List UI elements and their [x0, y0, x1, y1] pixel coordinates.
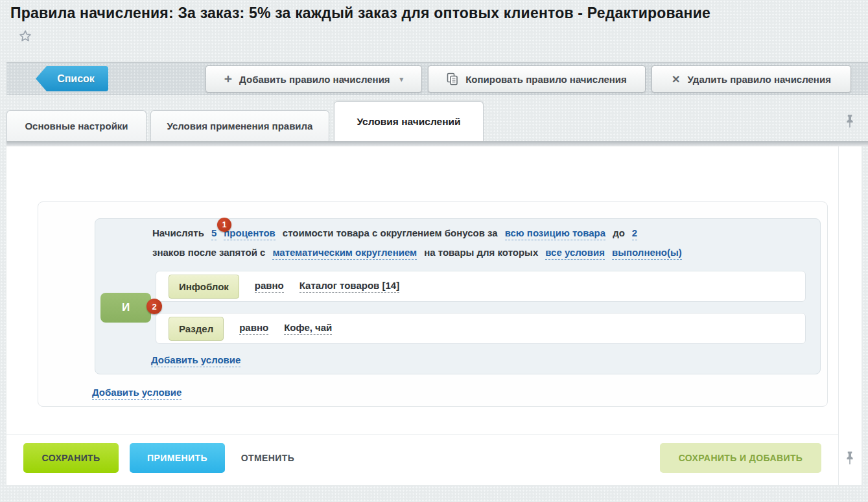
and-operator-toggle[interactable]: И: [100, 293, 151, 323]
pin-icon[interactable]: [843, 450, 857, 466]
right-rail-divider: [838, 146, 839, 485]
close-icon: ✕: [672, 73, 680, 86]
toolbar: Список + Добавить правило начисления ▾ К…: [6, 62, 868, 95]
cancel-button[interactable]: ОТМЕНИТЬ: [239, 443, 297, 473]
rounding-link[interactable]: математическим округлением: [272, 247, 417, 260]
tab-main-settings[interactable]: Основные настройки: [6, 110, 147, 141]
condition-row-section: Раздел равно Кофе, чай: [156, 313, 806, 344]
add-rule-button[interactable]: + Добавить правило начисления ▾: [205, 65, 422, 93]
digits-link[interactable]: 2: [632, 227, 637, 240]
tab-accrual-conditions[interactable]: Условия начислений: [334, 101, 484, 141]
page-title: Правила начисления: За заказ: 5% за кажд…: [10, 5, 860, 22]
unit-link[interactable]: процентов: [224, 227, 276, 240]
apply-button[interactable]: ПРИМЕНИТЬ: [130, 443, 225, 473]
accrual-sentence: Начислять 5 процентов стоимости товара с…: [152, 227, 814, 266]
field-button-infoblock[interactable]: Инфоблок: [169, 275, 239, 299]
notification-badge-2: 2: [147, 299, 162, 314]
plus-icon: +: [224, 72, 232, 86]
operator-link[interactable]: равно: [255, 280, 284, 293]
copy-rule-label: Копировать правило начисления: [465, 74, 627, 85]
copy-rule-button[interactable]: Копировать правило начисления: [428, 65, 646, 93]
tab-rule-application-conditions[interactable]: Условия применения правила: [150, 110, 329, 141]
notification-badge-1: 1: [217, 218, 231, 232]
sentence-line-2: знаков после запятой с математическим ок…: [152, 247, 814, 266]
delete-rule-label: Удалить правило начисления: [687, 74, 830, 85]
condition-row-infoblock: Инфоблок равно Каталог товаров [14]: [156, 271, 806, 302]
operator-link[interactable]: равно: [239, 322, 268, 335]
tabs-bottom-divider: [6, 141, 868, 146]
all-conditions-link[interactable]: все условия: [545, 247, 605, 260]
word-mid: стоимости товара с округлением бонусов з…: [283, 227, 498, 238]
save-button[interactable]: СОХРАНИТЬ: [23, 443, 119, 473]
word-to: до: [613, 227, 625, 238]
field-button-section[interactable]: Раздел: [169, 317, 224, 341]
add-condition-link-outer[interactable]: Добавить условие: [92, 387, 182, 400]
copy-icon: [447, 73, 458, 86]
word-line2a: знаков после запятой с: [152, 247, 265, 258]
value-link-catalog[interactable]: Каталог товаров [14]: [299, 280, 399, 293]
delete-rule-button[interactable]: ✕ Удалить правило начисления: [651, 65, 851, 93]
value-link[interactable]: 5: [211, 227, 217, 240]
pin-icon[interactable]: [843, 113, 857, 130]
add-condition-link-inner[interactable]: Добавить условие: [151, 354, 240, 367]
save-and-add-button[interactable]: СОХРАНИТЬ И ДОБАВИТЬ: [660, 443, 821, 473]
value-link-section[interactable]: Кофе, чай: [284, 322, 332, 335]
chevron-down-icon: ▾: [400, 75, 404, 84]
fulfilled-link[interactable]: выполнено(ы): [612, 247, 682, 260]
add-rule-label: Добавить правило начисления: [239, 74, 390, 85]
favorite-star-icon[interactable]: [18, 29, 33, 44]
footer-divider: [6, 434, 838, 435]
scope-link[interactable]: всю позицию товара: [505, 227, 605, 240]
word-line2b: на товары для которых: [424, 247, 538, 258]
sentence-line-1: Начислять 5 процентов стоимости товара с…: [152, 227, 814, 247]
back-to-list-button[interactable]: Список: [36, 66, 108, 91]
word-accrue: Начислять: [152, 227, 204, 238]
